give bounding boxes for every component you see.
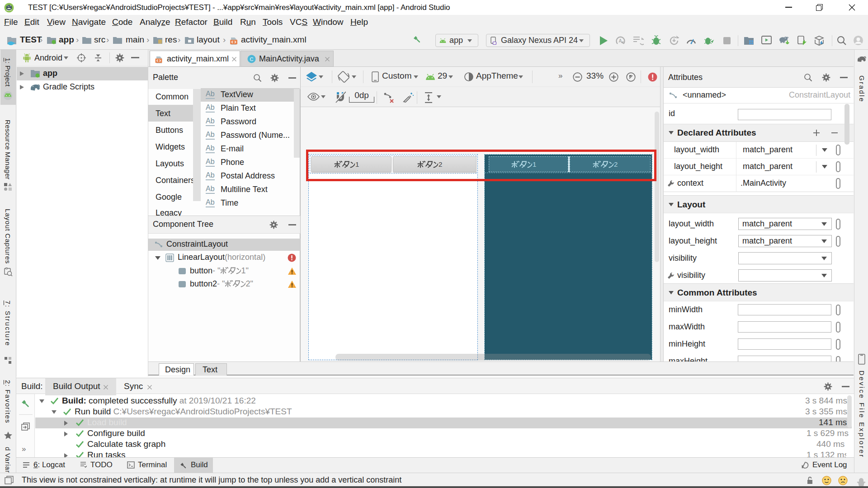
svg-text:C: C	[250, 56, 254, 62]
svg-text:A: A	[618, 38, 622, 43]
